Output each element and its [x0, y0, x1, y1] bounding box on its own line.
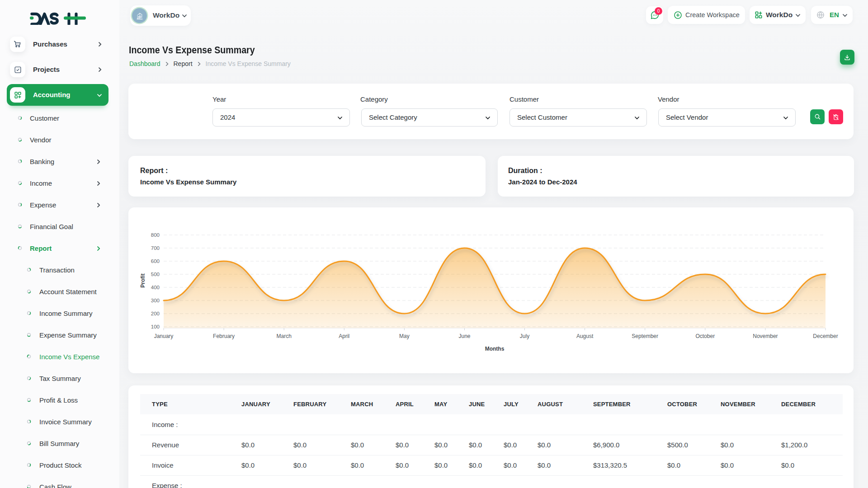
svg-text:800: 800: [151, 232, 160, 238]
svg-text:700: 700: [151, 245, 160, 251]
svg-text:600: 600: [151, 258, 160, 264]
svg-text:December: December: [813, 333, 838, 339]
svg-text:January: January: [154, 333, 174, 339]
svg-text:June: June: [458, 333, 470, 339]
svg-text:August: August: [576, 333, 594, 339]
svg-text:Profit: Profit: [140, 273, 146, 287]
svg-text:Months: Months: [485, 346, 505, 352]
svg-text:200: 200: [151, 311, 160, 316]
svg-text:May: May: [399, 333, 410, 339]
svg-text:July: July: [520, 333, 529, 339]
svg-text:September: September: [632, 333, 658, 339]
svg-text:300: 300: [151, 298, 160, 303]
svg-text:April: April: [339, 333, 349, 339]
svg-text:March: March: [277, 333, 292, 339]
svg-text:400: 400: [151, 285, 160, 290]
svg-text:February: February: [213, 333, 235, 339]
svg-text:100: 100: [151, 324, 160, 329]
svg-text:November: November: [753, 333, 778, 339]
svg-text:October: October: [695, 333, 715, 339]
svg-text:500: 500: [151, 272, 160, 277]
